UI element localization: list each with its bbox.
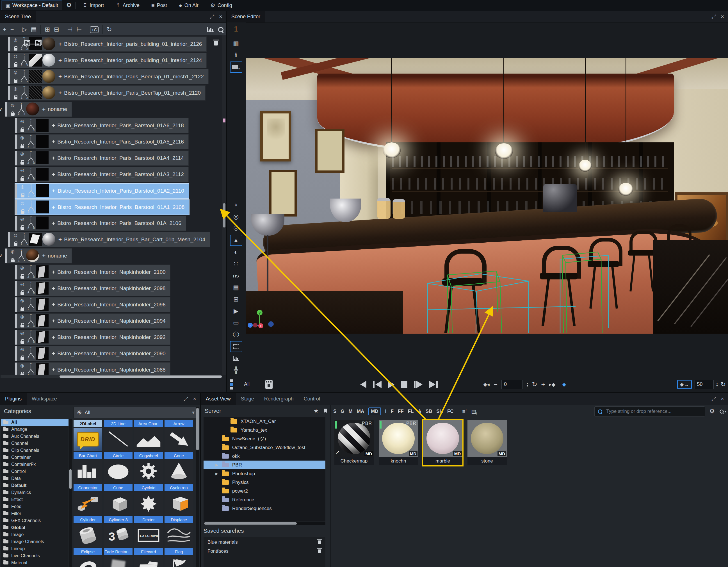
plugin-tile-cube[interactable]: Cube [104, 484, 133, 515]
lock-icon[interactable] [20, 276, 24, 279]
lock-icon[interactable] [20, 227, 24, 230]
server-folder-octane-substance-workflow-test[interactable]: Octane_Substance_Workflow_test [204, 443, 325, 452]
type-filter-a[interactable]: A [418, 409, 421, 414]
delete-saved-search-icon[interactable] [318, 550, 321, 553]
visibility-eye-icon[interactable]: ◎ [11, 103, 14, 107]
tree-row[interactable]: ◎YZX+Bistro_Research_Interior_Napkinhold… [15, 265, 170, 280]
plugin-tile-eclipse[interactable]: Eclipse [74, 548, 102, 567]
category-item-lineup[interactable]: Lineup [1, 545, 69, 552]
tree-row[interactable]: ◎YZX+Bistro_Research_Interior_Paris_Bars… [15, 216, 186, 231]
menu-item-import[interactable]: ↧Import [80, 0, 107, 11]
lock-icon[interactable] [20, 145, 24, 148]
visibility-eye-icon[interactable]: ◎ [20, 185, 24, 189]
decrement-icon[interactable]: − [494, 381, 497, 388]
server-folder-pbr[interactable]: ▶PBR [204, 461, 325, 469]
saved-search-icon[interactable]: ▾ [719, 409, 726, 414]
visibility-eye-icon[interactable]: ◎ [20, 201, 24, 205]
play-button[interactable] [388, 381, 394, 388]
plugin-tile-connector[interactable]: Connector [74, 484, 102, 515]
chevron-down-icon[interactable]: ∨ [0, 106, 2, 112]
light-view-icon[interactable]: ☉ [230, 223, 242, 234]
asset-tile-knochn[interactable]: PBRMDknochn [378, 419, 419, 466]
type-filter-fl[interactable]: FL [408, 409, 414, 414]
tree-row[interactable]: ◎YZX+Bistro_Research_Interior_Paris_Beer… [8, 85, 206, 101]
tab-rendergraph[interactable]: Rendergraph [259, 393, 299, 405]
keyframe-next-icon[interactable]: ▸◆ [549, 381, 555, 388]
category-item-dynamics[interactable]: Dynamics [1, 489, 69, 496]
range-label[interactable]: All [244, 381, 250, 387]
plugin-tile-cylinder-3[interactable]: Cylinder 33 [104, 516, 133, 547]
tree-row[interactable]: ◎YZX+Bistro_Research_Interior_Paris_Bars… [15, 183, 189, 199]
category-item-container[interactable]: Container [1, 454, 69, 461]
lock-icon[interactable] [14, 64, 17, 67]
category-item-all[interactable]: All [1, 419, 69, 426]
chevron-down-icon[interactable]: ∨ [0, 253, 2, 259]
visibility-eye-icon[interactable]: ◎ [20, 168, 24, 172]
categories-scrollbar[interactable] [69, 419, 72, 567]
visibility-eye-icon[interactable]: ◎ [20, 298, 24, 302]
lock-icon[interactable] [20, 374, 24, 375]
plugin-tile-cylinder[interactable]: Cylinder [74, 516, 102, 547]
asset-tile-marble[interactable]: MDmarble [422, 419, 464, 466]
close-panel-icon[interactable]: × [219, 13, 222, 20]
tree-row[interactable]: ◎YZX+Bistro_Research_Interior_Paris_Beer… [8, 69, 209, 84]
category-item-aux-channels[interactable]: Aux Channels [1, 433, 69, 440]
type-filter-g[interactable]: G [341, 409, 344, 414]
rect-icon[interactable]: ▭ [230, 317, 242, 329]
keyframe-add-icon[interactable]: ◆ [562, 381, 566, 388]
plugin-tile-cone[interactable]: Cone [165, 452, 193, 483]
clapper-lock-icon[interactable] [265, 380, 273, 389]
collapse-tree-icon[interactable]: ⊟ [54, 26, 59, 33]
server-folder-xtaon-art-car[interactable]: XTAON_Art_Car [204, 417, 325, 426]
delete-saved-search-icon[interactable] [318, 541, 321, 544]
category-item-global[interactable]: Global [1, 524, 69, 531]
category-item-control[interactable]: Control [1, 468, 69, 475]
text-bulb-icon[interactable]: Ⓣ [230, 329, 242, 340]
frame-input[interactable] [501, 380, 523, 389]
server-folder-yamaha-tex[interactable]: Yamaha_tex [204, 426, 325, 434]
lock-icon[interactable] [20, 129, 24, 132]
maximize-panel-icon[interactable]: ↗↙ [183, 396, 188, 401]
category-item-default[interactable]: Default [1, 482, 69, 489]
visibility-eye-icon[interactable]: ◎ [20, 152, 24, 156]
lock-icon[interactable] [14, 97, 17, 99]
plugin-tile-2dlabel[interactable]: 2DLabelDRID [74, 420, 102, 451]
type-filter-ff[interactable]: FF [398, 409, 404, 414]
category-item-image-channels[interactable]: Image Channels [1, 538, 69, 545]
transform-icon[interactable]: ∷ [230, 258, 242, 270]
type-filter-f[interactable]: F [391, 409, 393, 414]
type-filter-md[interactable]: MD [368, 407, 381, 415]
tab-workspace[interactable]: Workspace [27, 393, 62, 405]
asset-tile-Checkermap[interactable]: PBR↗MDCheckermap [333, 419, 375, 466]
add-group-icon[interactable]: +G [90, 26, 99, 33]
search-input[interactable] [606, 408, 702, 415]
expander-icon[interactable]: ▶ [215, 472, 219, 476]
tree-row[interactable]: ◎YZX+Bistro_Research_Interior_Paris_Bars… [15, 199, 190, 215]
add-icon[interactable]: + [3, 26, 6, 33]
tree-row[interactable]: ◎YZX+Bistro_Research_Interior_paris_buil… [8, 53, 207, 68]
category-item-material[interactable]: Material [1, 559, 69, 566]
step-forward-button[interactable] [414, 381, 423, 388]
bookmark-icon[interactable] [324, 409, 327, 413]
tab-plugins[interactable]: Plugins [0, 393, 27, 405]
close-panel-icon[interactable]: × [721, 396, 724, 402]
visibility-eye-icon[interactable]: ◎ [20, 266, 24, 270]
trash-icon[interactable] [214, 41, 218, 45]
category-item-live-channels[interactable]: Live Channels [1, 552, 69, 559]
search-icon[interactable] [218, 27, 223, 32]
type-filter-sb[interactable]: SB [426, 409, 432, 414]
server-folder-newscene-[interactable]: NewScene¯(ツ) [204, 434, 325, 443]
saved-search-blue-materials[interactable]: Blue materials [204, 538, 325, 547]
info-icon[interactable]: ℹ [230, 50, 242, 61]
sort-icon[interactable]: ≡↑ [462, 408, 467, 415]
tree-row[interactable]: ◎YZX+noname [5, 248, 72, 263]
visibility-eye-icon[interactable]: ◎ [20, 282, 24, 286]
lock-icon[interactable] [20, 162, 24, 165]
visibility-eye-icon[interactable]: ◎ [20, 119, 24, 123]
doc-info-icon[interactable]: ▤i [471, 408, 477, 415]
plugin-tile-cycloid[interactable]: Cycloid [134, 484, 163, 515]
plugin-tile-circle[interactable]: Circle [104, 452, 133, 483]
visibility-eye-icon[interactable]: ◎ [20, 217, 24, 221]
scene-tree-vscrollbar[interactable] [222, 35, 226, 375]
visibility-eye-icon[interactable]: ◎ [13, 70, 17, 74]
